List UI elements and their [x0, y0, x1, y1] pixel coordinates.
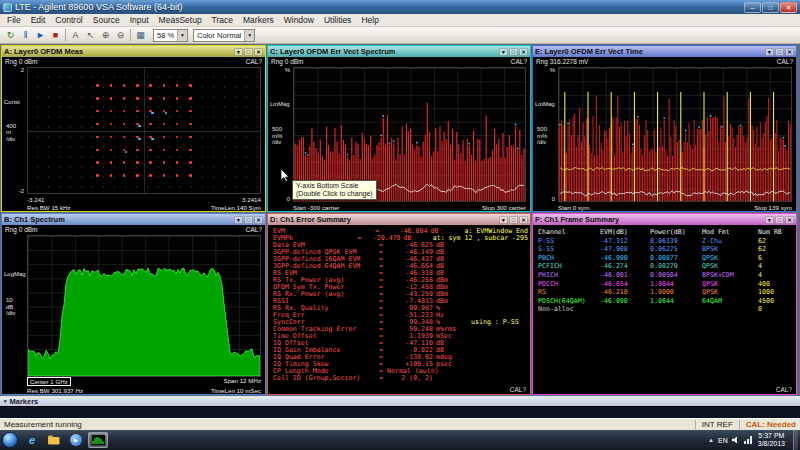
window-close-button[interactable]: ✕ [780, 2, 797, 13]
menu-item-utilities[interactable]: Utilities [319, 14, 356, 26]
panel-a-plot[interactable] [27, 67, 261, 194]
panel-b-timelen[interactable]: TimeLen 10 mSec [211, 387, 261, 394]
panel-e-y-axis[interactable]: % LinMag 500 m% /div 0 [534, 67, 557, 202]
panel-a-titlebar[interactable]: A: Layer0 OFDM Meas ▾ □ ✕ [2, 46, 265, 57]
y-scale-per-div: 500 m% /div [272, 126, 282, 146]
zoom-percent-combo[interactable]: 58 % ▼ [153, 29, 188, 42]
panel-e-plot[interactable] [558, 67, 792, 202]
menu-item-help[interactable]: Help [356, 14, 383, 26]
panel-f-titlebar[interactable]: F: Ch1 Frame Summary ▾ □ ✕ [533, 214, 796, 225]
auto-scale-icon[interactable]: A [68, 28, 83, 42]
clock-time: 5:37 PM [758, 432, 784, 439]
panel-c-range[interactable]: Rng 0 dBm [271, 58, 304, 65]
color-scheme-combo[interactable]: Color Normal ▼ [193, 29, 255, 42]
windows-taskbar: e ▶ ▲ EN 5:37 PM 3/8/2013 [0, 430, 800, 450]
panel-c-close-icon[interactable]: ✕ [519, 48, 528, 56]
menu-item-control[interactable]: Control [50, 14, 87, 26]
panel-b-close-icon[interactable]: ✕ [254, 216, 263, 224]
panel-f-close-icon[interactable]: ✕ [785, 216, 794, 224]
start-button[interactable] [2, 432, 18, 448]
markers-body[interactable] [0, 406, 800, 418]
panel-d-maximize-icon[interactable]: □ [509, 216, 518, 224]
panel-b-resbw[interactable]: Res BW 301.937 Hz [27, 387, 83, 394]
panel-d-menu-icon[interactable]: ▾ [499, 216, 508, 224]
panel-e-titlebar[interactable]: E: Layer0 OFDM Err Vect Time ▾ □ ✕ [533, 46, 796, 57]
menu-item-file[interactable]: File [2, 14, 26, 26]
panel-a-timelen[interactable]: TimeLen 140 Sym [211, 204, 261, 211]
frame-summary-header: ChannelEVM(dB)Power(dB)Mod FmtNum RB [538, 228, 794, 237]
panel-ofdm-meas: A: Layer0 OFDM Meas ▾ □ ✕ Rng 0 dBm CAL?… [1, 45, 266, 212]
menu-item-window[interactable]: Window [279, 14, 319, 26]
panel-b-titlebar[interactable]: B: Ch1 Spectrum ▾ □ ✕ [2, 214, 265, 225]
pointer-icon[interactable]: ↖ [83, 28, 98, 42]
network-icon[interactable] [744, 436, 752, 444]
panel-b-maximize-icon[interactable]: □ [244, 216, 253, 224]
panel-c-maximize-icon[interactable]: □ [509, 48, 518, 56]
panel-b-menu-icon[interactable]: ▾ [234, 216, 243, 224]
panel-a-resbw[interactable]: Res BW 15 kHz [27, 204, 71, 211]
y-top-value: 2 [21, 67, 24, 73]
taskbar-vsa-button[interactable] [88, 432, 108, 448]
panel-a-maximize-icon[interactable]: □ [244, 48, 253, 56]
zoom-in-icon[interactable]: ⊕ [98, 28, 113, 42]
taskbar-media-button[interactable]: ▶ [66, 432, 86, 448]
panel-e-maximize-icon[interactable]: □ [775, 48, 784, 56]
panel-b-span[interactable]: Span 12 MHz [224, 377, 262, 386]
volume-icon[interactable] [732, 436, 740, 444]
taskbar-explorer-button[interactable] [44, 432, 64, 448]
toolbar-icons: ↻‖►■A↖⊕⊖▦ [3, 28, 148, 42]
panel-e-range[interactable]: Rng 316.2278 mV [536, 58, 588, 65]
taskbar-clock[interactable]: 5:37 PM 3/8/2013 [756, 432, 787, 448]
restart-icon[interactable]: ↻ [3, 28, 18, 42]
panel-b-title: B: Ch1 Spectrum [4, 215, 65, 224]
panel-f-maximize-icon[interactable]: □ [775, 216, 784, 224]
window-minimize-button[interactable]: ─ [744, 2, 761, 13]
window-maximize-button[interactable]: □ [762, 2, 779, 13]
show-hidden-icons[interactable]: ▲ [708, 437, 714, 443]
panel-a-close-icon[interactable]: ✕ [254, 48, 263, 56]
menu-item-source[interactable]: Source [88, 14, 125, 26]
panel-c-titlebar[interactable]: C: Layer0 OFDM Err Vect Spectrum ▾ □ ✕ [268, 46, 530, 57]
panel-c-menu-icon[interactable]: ▾ [499, 48, 508, 56]
show-desktop-button[interactable] [793, 430, 798, 450]
panel-a-menu-icon[interactable]: ▾ [234, 48, 243, 56]
y-axis-label: Const [4, 99, 20, 105]
err-vect-time-trace [559, 68, 791, 201]
panel-e-cal-badge: CAL? [777, 58, 793, 65]
menu-item-input[interactable]: Input [125, 14, 154, 26]
panel-e-menu-icon[interactable]: ▾ [765, 48, 774, 56]
stop-icon[interactable]: ■ [48, 28, 63, 42]
panel-b-plot[interactable] [27, 235, 261, 377]
markers-header[interactable]: ▾ Markers [0, 396, 800, 406]
taskbar-ie-button[interactable]: e [22, 432, 42, 448]
frame-summary-row: PHICH-46.0010.00504BPSK+CDM4 [538, 271, 794, 280]
panel-e-close-icon[interactable]: ✕ [785, 48, 794, 56]
panel-a-range[interactable]: Rng 0 dBm [5, 58, 38, 65]
menu-item-meassetup[interactable]: MeasSetup [154, 14, 207, 26]
window-titlebar[interactable]: LTE - Agilent 89600 VSA Software (64-bit… [0, 0, 800, 14]
panel-f-menu-icon[interactable]: ▾ [765, 216, 774, 224]
y-top-value: % [285, 67, 290, 73]
menu-bar: FileEditControlSourceInputMeasSetupTrace… [0, 14, 800, 27]
menu-item-trace[interactable]: Trace [207, 14, 238, 26]
panel-b-y-axis[interactable]: LogMag 10 dB /div [3, 235, 26, 377]
panel-b-center-freq[interactable]: Center 1 GHz [27, 377, 71, 386]
app-icon [3, 3, 12, 12]
frame-summary-row: S-SS-47.9080.06275BPSK62 [538, 245, 794, 254]
toolbar-separator [130, 29, 131, 41]
language-indicator[interactable]: EN [718, 437, 728, 444]
status-bar: Measurement running INT REF CAL: Needed [0, 418, 800, 430]
error-summary-row: 3GPP-defined 16QAM EVM=-46.437dB [273, 256, 528, 263]
panel-a-y-axis[interactable]: 2 Const 400 m /div -2 [3, 67, 26, 194]
panel-d-titlebar[interactable]: D: Ch1 Error Summary ▾ □ ✕ [268, 214, 530, 225]
panel-d-close-icon[interactable]: ✕ [519, 216, 528, 224]
error-summary-row: RS Rx. Power (avg)=-43.259dBm [273, 291, 528, 298]
menu-item-edit[interactable]: Edit [26, 14, 51, 26]
zoom-out-icon[interactable]: ⊖ [113, 28, 128, 42]
pause-icon[interactable]: ‖ [18, 28, 33, 42]
y-axis-label: LinMag [270, 101, 290, 107]
layout-grid-icon[interactable]: ▦ [133, 28, 148, 42]
menu-item-markers[interactable]: Markers [238, 14, 279, 26]
panel-b-range[interactable]: Rng 0 dBm [5, 226, 38, 233]
single-run-icon[interactable]: ► [33, 28, 48, 42]
